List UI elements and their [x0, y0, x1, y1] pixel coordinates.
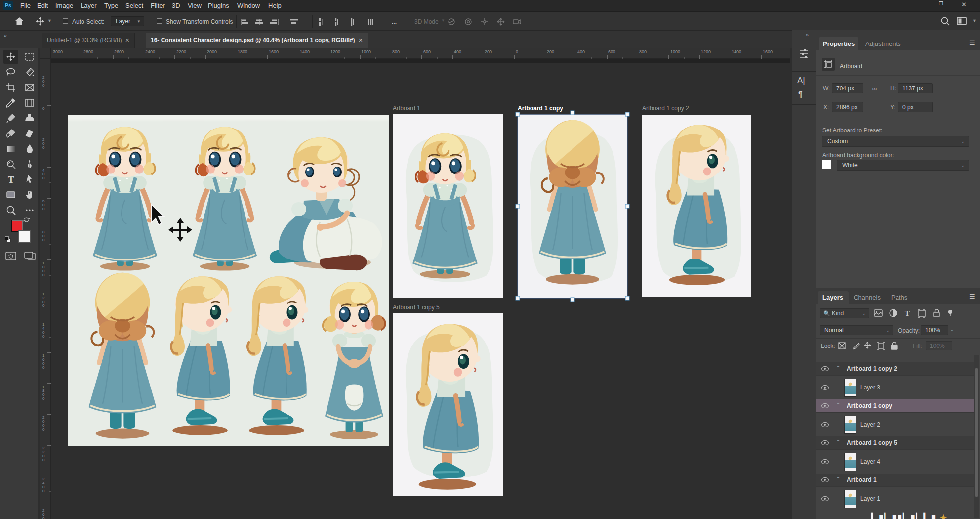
svg-text:T: T — [905, 309, 910, 317]
svg-text:T: T — [8, 174, 14, 185]
